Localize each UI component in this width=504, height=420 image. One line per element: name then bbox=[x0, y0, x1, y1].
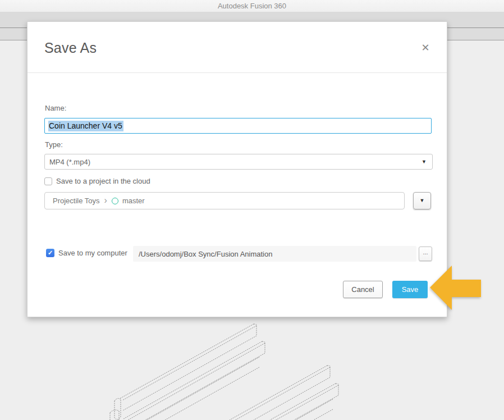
type-select[interactable]: MP4 (*.mp4) ▼ bbox=[44, 154, 433, 170]
computer-option-row: ✓ Save to my computer bbox=[46, 249, 127, 257]
header-divider bbox=[28, 72, 447, 73]
close-icon[interactable]: ✕ bbox=[419, 41, 432, 54]
window-titlebar[interactable]: Autodesk Fusion 360 bbox=[0, 0, 504, 12]
local-path-value: /Users/odomj/Box Sync/Fusion Animation bbox=[139, 250, 272, 258]
chevron-right-icon: › bbox=[104, 195, 107, 206]
branch-icon bbox=[112, 198, 118, 204]
save-button[interactable]: Save bbox=[392, 281, 428, 298]
window-title: Autodesk Fusion 360 bbox=[218, 2, 286, 10]
local-path-field[interactable]: /Users/odomj/Box Sync/Fusion Animation bbox=[133, 246, 416, 262]
browse-button[interactable]: ... bbox=[419, 246, 432, 261]
annotation-arrow bbox=[427, 263, 504, 313]
cloud-checkbox[interactable] bbox=[44, 177, 52, 185]
fusion-window: Autodesk Fusion 360 bbox=[0, 0, 504, 420]
computer-checkbox[interactable]: ✓ bbox=[46, 249, 54, 257]
computer-checkbox-label: Save to my computer bbox=[58, 249, 127, 257]
type-label: Type: bbox=[45, 140, 63, 149]
project-breadcrumb[interactable]: Projectile Toys › master bbox=[44, 192, 405, 209]
caret-down-icon: ▼ bbox=[420, 198, 425, 203]
name-input[interactable]: Coin Launcher V4 v5 bbox=[44, 118, 432, 134]
project-dropdown-button[interactable]: ▼ bbox=[413, 192, 431, 209]
name-value: Coin Launcher V4 v5 bbox=[48, 121, 123, 131]
project-name: Projectile Toys bbox=[53, 197, 100, 205]
cloud-checkbox-label: Save to a project in the cloud bbox=[56, 177, 150, 185]
cloud-option-row: Save to a project in the cloud bbox=[44, 177, 150, 185]
branch-name: master bbox=[122, 197, 145, 205]
dialog-title: Save As bbox=[44, 40, 97, 56]
name-label: Name: bbox=[45, 104, 66, 112]
caret-down-icon: ▼ bbox=[421, 159, 427, 165]
type-value: MP4 (*.mp4) bbox=[49, 158, 421, 166]
save-as-dialog: Save As ✕ Name: Coin Launcher V4 v5 Type… bbox=[27, 21, 447, 317]
check-icon: ✓ bbox=[48, 250, 53, 256]
cancel-button[interactable]: Cancel bbox=[343, 281, 383, 298]
